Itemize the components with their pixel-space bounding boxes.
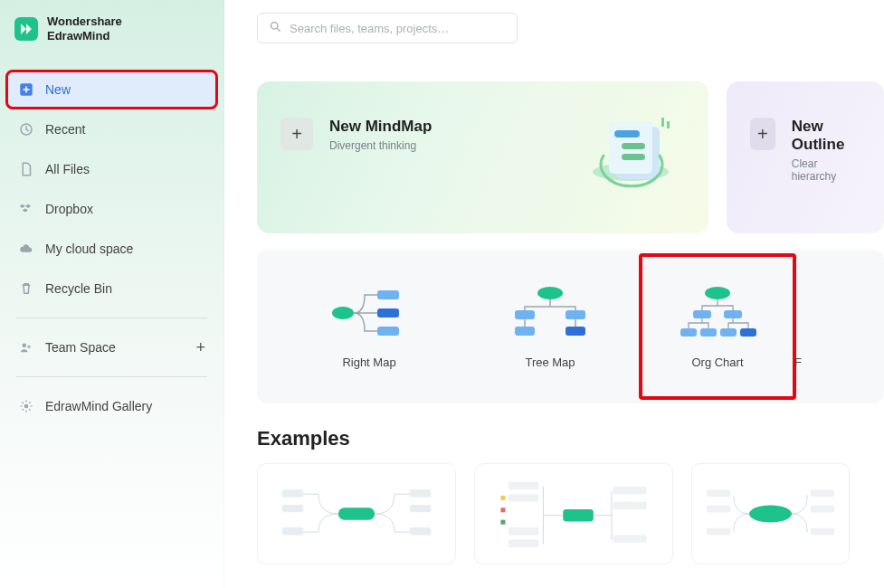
svg-rect-10 bbox=[622, 143, 645, 149]
svg-rect-25 bbox=[724, 310, 742, 318]
tree-map-thumb bbox=[509, 285, 591, 341]
template-tree-map[interactable]: Tree Map bbox=[460, 285, 641, 369]
plus-icon: + bbox=[280, 118, 313, 150]
new-icon bbox=[18, 81, 34, 98]
new-outline-card[interactable]: + New Outline Clear hierarchy bbox=[727, 81, 884, 233]
svg-rect-28 bbox=[720, 328, 737, 337]
svg-rect-39 bbox=[509, 494, 539, 501]
sidebar-label-dropbox: Dropbox bbox=[45, 202, 93, 216]
svg-point-14 bbox=[332, 307, 354, 319]
svg-point-23 bbox=[705, 287, 730, 299]
sidebar-label-gallery: EdrawMind Gallery bbox=[45, 399, 152, 413]
sidebar-label-recent: Recent bbox=[45, 122, 85, 137]
sidebar-item-recent[interactable]: Recent bbox=[7, 111, 216, 147]
brand-line-1: Wondershare bbox=[47, 14, 122, 29]
sidebar-item-new[interactable]: New bbox=[7, 71, 216, 108]
svg-rect-41 bbox=[509, 540, 539, 547]
org-chart-thumb bbox=[677, 285, 758, 341]
svg-rect-38 bbox=[509, 482, 539, 489]
svg-rect-50 bbox=[707, 506, 731, 513]
search-bar[interactable] bbox=[257, 13, 518, 43]
sidebar-label-team-space: Team Space bbox=[45, 340, 116, 355]
svg-rect-22 bbox=[566, 327, 585, 336]
svg-rect-21 bbox=[515, 327, 535, 336]
svg-rect-30 bbox=[338, 507, 375, 519]
svg-rect-33 bbox=[282, 527, 304, 535]
template-org-chart-label: Org Chart bbox=[691, 356, 743, 369]
example-thumb-3 bbox=[699, 471, 841, 556]
hero-outline-title: New Outline bbox=[792, 118, 860, 154]
brand-line-2: EdrawMind bbox=[47, 29, 122, 43]
gallery-icon bbox=[18, 398, 34, 414]
sidebar-label-all-files: All Files bbox=[45, 162, 90, 176]
template-next-partial[interactable]: F bbox=[794, 285, 849, 369]
svg-rect-16 bbox=[377, 308, 399, 318]
sidebar-divider-1 bbox=[16, 318, 207, 318]
svg-rect-52 bbox=[810, 489, 834, 497]
example-card-2[interactable] bbox=[474, 463, 673, 564]
template-right-map-label: Right Map bbox=[342, 356, 395, 369]
svg-point-5 bbox=[271, 22, 279, 29]
sidebar-label-new: New bbox=[45, 82, 71, 97]
svg-rect-37 bbox=[563, 509, 594, 521]
sidebar-label-recycle: Recycle Bin bbox=[45, 281, 112, 296]
svg-rect-36 bbox=[410, 527, 432, 535]
template-right-map[interactable]: Right Map bbox=[279, 285, 460, 369]
svg-rect-12 bbox=[661, 118, 664, 127]
svg-point-3 bbox=[27, 346, 31, 349]
mindmap-illustration bbox=[576, 101, 685, 210]
svg-rect-29 bbox=[740, 328, 756, 337]
examples-heading: Examples bbox=[257, 427, 884, 450]
svg-rect-17 bbox=[377, 327, 399, 336]
plus-icon: + bbox=[750, 118, 775, 150]
svg-rect-31 bbox=[282, 489, 304, 497]
template-next-label: F bbox=[794, 356, 802, 369]
svg-rect-24 bbox=[693, 310, 711, 318]
svg-rect-43 bbox=[613, 502, 647, 509]
example-card-1[interactable] bbox=[257, 463, 456, 564]
sidebar-item-team-space[interactable]: Team Space + bbox=[7, 329, 216, 365]
sidebar-item-dropbox[interactable]: Dropbox bbox=[7, 191, 216, 227]
app-logo-icon bbox=[14, 17, 38, 41]
sidebar-item-all-files[interactable]: All Files bbox=[7, 151, 216, 187]
file-icon bbox=[18, 161, 34, 177]
svg-rect-46 bbox=[500, 507, 505, 512]
sidebar-label-cloud: My cloud space bbox=[45, 242, 133, 256]
hero-cards-row: + New MindMap Divergent thinking bbox=[257, 81, 884, 233]
clock-icon bbox=[18, 121, 34, 138]
sidebar-item-recycle[interactable]: Recycle Bin bbox=[7, 270, 216, 307]
svg-rect-20 bbox=[566, 310, 585, 319]
svg-rect-35 bbox=[410, 505, 432, 512]
search-input[interactable] bbox=[290, 22, 506, 35]
brand-text: Wondershare EdrawMind bbox=[47, 14, 122, 43]
template-org-chart[interactable]: Org Chart bbox=[641, 255, 794, 398]
svg-rect-51 bbox=[707, 528, 731, 536]
svg-rect-47 bbox=[500, 520, 505, 525]
hero-outline-subtitle: Clear hierarchy bbox=[792, 157, 860, 183]
dropbox-icon bbox=[18, 201, 34, 217]
example-thumb-1 bbox=[265, 471, 448, 556]
examples-row bbox=[257, 463, 884, 564]
team-icon bbox=[18, 339, 34, 356]
example-thumb-2 bbox=[482, 471, 665, 556]
svg-rect-11 bbox=[622, 154, 645, 160]
sidebar-item-cloud[interactable]: My cloud space bbox=[7, 231, 216, 267]
svg-rect-19 bbox=[515, 310, 535, 319]
new-mindmap-card[interactable]: + New MindMap Divergent thinking bbox=[257, 81, 708, 233]
svg-rect-34 bbox=[410, 489, 432, 497]
trash-icon bbox=[18, 280, 34, 297]
svg-point-48 bbox=[749, 506, 792, 523]
add-team-space-button[interactable]: + bbox=[195, 338, 205, 357]
svg-rect-15 bbox=[377, 290, 399, 299]
svg-rect-45 bbox=[500, 496, 505, 500]
sidebar-item-gallery[interactable]: EdrawMind Gallery bbox=[7, 388, 216, 424]
example-card-3[interactable] bbox=[691, 463, 850, 564]
svg-point-2 bbox=[23, 344, 27, 348]
template-tree-map-label: Tree Map bbox=[525, 356, 575, 369]
right-map-thumb bbox=[328, 285, 410, 341]
hero-mindmap-title: New MindMap bbox=[329, 118, 432, 136]
svg-rect-32 bbox=[282, 505, 304, 512]
sidebar-divider-2 bbox=[16, 376, 207, 377]
cloud-icon bbox=[18, 241, 34, 257]
svg-rect-27 bbox=[700, 328, 717, 337]
